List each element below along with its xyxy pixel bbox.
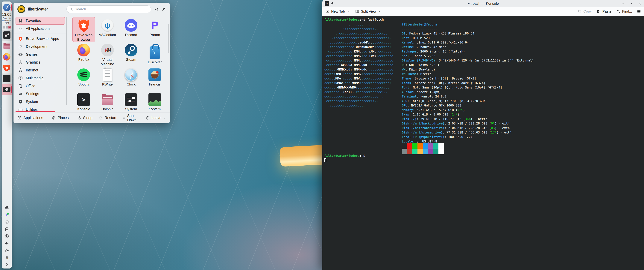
- app-francis[interactable]: Francis: [144, 67, 166, 91]
- network-tray-icon[interactable]: ?: [4, 255, 9, 260]
- app-label: Spotify: [78, 82, 89, 87]
- app-system-monitor[interactable]: System Monitor: [144, 91, 166, 112]
- app-vscodium[interactable]: ψVSCodium: [96, 17, 119, 42]
- konsole-icon: [3, 75, 10, 82]
- sidebar-item-settings[interactable]: Settings: [16, 90, 65, 98]
- new-tab-button[interactable]: New Tab: [325, 9, 350, 14]
- sidebar-item-label: Games: [26, 52, 38, 57]
- pager-desktop-3-active[interactable]: [8, 26, 11, 29]
- footer-tab-label: Places: [58, 116, 69, 120]
- sidebar-item-multimedia[interactable]: Multimedia: [16, 74, 65, 82]
- search-input[interactable]: [75, 7, 148, 11]
- sidebar-item-graphics[interactable]: Graphics: [16, 59, 65, 66]
- sidebar-scrollbar[interactable]: [66, 17, 67, 105]
- grid-scrollbar[interactable]: [168, 24, 169, 53]
- protonvpn-tray-icon[interactable]: [4, 212, 9, 217]
- app-kwrite[interactable]: KWrite: [96, 67, 119, 91]
- app-brave-web-browser[interactable]: Brave Web Browser: [72, 17, 95, 42]
- application-launcher-button[interactable]: f: [3, 4, 10, 11]
- action-label: Restart: [105, 116, 116, 120]
- power-icon: [122, 116, 126, 120]
- favorites-grid: Brave Web BrowserψVSCodiumDiscordPProton…: [68, 16, 170, 112]
- discord-tray-icon[interactable]: [4, 205, 9, 210]
- paste-button[interactable]: Paste: [597, 9, 612, 14]
- chevron-down-icon: [378, 10, 381, 13]
- sidebar-item-all-applications[interactable]: All Applications: [16, 25, 65, 33]
- pin-icon[interactable]: [162, 7, 166, 12]
- app-discover[interactable]: ›Discover: [144, 42, 166, 67]
- vscodium-icon: ψ: [101, 19, 114, 32]
- app-system-settings[interactable]: System Settings: [120, 91, 142, 112]
- steam-tray-icon[interactable]: [4, 220, 9, 224]
- app-konsole[interactable]: >Konsole: [72, 91, 95, 112]
- terminal-view[interactable]: filterdwater@fedora:~$ fastfetch .',;:::…: [322, 16, 644, 270]
- sidebar-item-internet[interactable]: Internet: [16, 66, 65, 74]
- app-firefox[interactable]: Firefox: [72, 42, 95, 67]
- task-system-settings[interactable]: [2, 30, 12, 41]
- user-name: filterdwater: [28, 7, 48, 12]
- sleep-button[interactable]: Sleep: [77, 116, 92, 120]
- task-firefox[interactable]: [2, 52, 12, 63]
- task-konsole[interactable]: [2, 73, 12, 84]
- titlebar[interactable]: > ~ : bash — Konsole: [322, 0, 644, 7]
- palette-swatch: [418, 143, 423, 149]
- app-steam[interactable]: Steam: [120, 42, 142, 67]
- grid-icon: [18, 26, 23, 31]
- close-button[interactable]: [638, 2, 642, 6]
- footer-tab-places[interactable]: Places: [52, 116, 69, 120]
- fastfetch-color-palette: [402, 143, 444, 154]
- app-virtual-machine-ma[interactable]: VMVirtual Machine Ma...: [96, 42, 119, 67]
- sidebar-item-office[interactable]: Office: [16, 82, 65, 90]
- search-field[interactable]: [66, 6, 151, 13]
- firefox-icon: [77, 44, 90, 56]
- keep-above-pin-icon[interactable]: [330, 2, 334, 5]
- maximize-button[interactable]: [630, 2, 633, 6]
- pager-desktop-1[interactable]: [3, 26, 5, 29]
- virtual-desktop-pager[interactable]: [3, 26, 11, 29]
- app-label: Firefox: [78, 57, 89, 62]
- app-label: Konsole: [77, 107, 90, 111]
- task-brave[interactable]: [2, 63, 12, 73]
- shut-down-button[interactable]: Shut Down: [122, 114, 139, 122]
- footer-tab-applications[interactable]: Applications: [18, 116, 43, 120]
- app-clock[interactable]: Clock: [120, 67, 142, 91]
- find-button[interactable]: Find...: [616, 9, 632, 14]
- tray-expander-icon[interactable]: [4, 262, 9, 267]
- task-spectacle[interactable]: [2, 84, 12, 95]
- split-view-button[interactable]: Split View: [355, 9, 381, 14]
- discover-icon: ›: [150, 46, 160, 59]
- hamburger-menu-icon[interactable]: [637, 9, 641, 14]
- chevron-down-icon: [347, 10, 350, 13]
- action-label: Sleep: [83, 116, 92, 120]
- pager-desktop-2[interactable]: [6, 26, 8, 29]
- task-dolphin[interactable]: [2, 41, 12, 52]
- audio-volume-tray-icon[interactable]: [4, 241, 9, 246]
- palette-swatch: [433, 149, 438, 154]
- sidebar-item-brave-browser-apps[interactable]: Brave Browser Apps: [16, 35, 65, 43]
- avatar[interactable]: [18, 5, 25, 13]
- configure-icon[interactable]: [154, 7, 159, 12]
- spotify-icon: [77, 68, 90, 81]
- app-spotify[interactable]: Spotify: [72, 67, 95, 91]
- copy-button[interactable]: Copy: [578, 9, 592, 14]
- minimize-button[interactable]: [621, 2, 624, 6]
- sidebar-item-favorites[interactable]: Favorites: [16, 17, 65, 25]
- sidebar-item-games[interactable]: Games: [16, 51, 65, 58]
- clipboard-tray-icon[interactable]: [4, 227, 9, 231]
- app-proton[interactable]: PProton: [144, 17, 166, 42]
- restart-icon: [99, 116, 103, 120]
- systemsettings-icon: [125, 93, 138, 106]
- sidebar-item-system[interactable]: System: [16, 98, 65, 105]
- media-player-tray-icon[interactable]: [4, 234, 9, 238]
- sidebar-item-development[interactable]: Development: [16, 43, 65, 50]
- brightness-tray-icon[interactable]: [4, 248, 9, 253]
- restart-button[interactable]: Restart: [99, 116, 116, 120]
- digital-clock[interactable]: 13:05 Friday, 8 November 2024: [2, 12, 12, 24]
- clock-icon: [125, 68, 138, 81]
- grid-icon: [18, 116, 22, 120]
- gear-icon: [18, 99, 23, 104]
- chevron-down-icon: [163, 116, 166, 119]
- leave-button[interactable]: Leave: [146, 116, 166, 120]
- app-dolphin[interactable]: Dolphin: [96, 91, 119, 112]
- app-discord[interactable]: Discord: [120, 17, 142, 42]
